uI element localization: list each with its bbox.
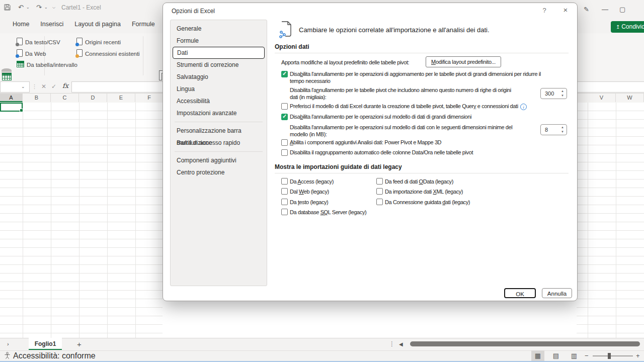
- undo-dropdown-icon[interactable]: ⌄: [26, 0, 30, 15]
- column-header-a[interactable]: A: [0, 94, 23, 102]
- from-text-csv-button[interactable]: Da testo/CSV: [17, 38, 60, 45]
- sidebar-item-lingua[interactable]: Lingua: [171, 83, 267, 95]
- qat-customize-icon[interactable]: ⌵: [52, 0, 55, 15]
- pivot-rows-threshold-label: Disabilita l'annullamento per le tabelle…: [290, 86, 511, 101]
- column-header-f[interactable]: F: [135, 94, 164, 102]
- column-header-v[interactable]: V: [588, 94, 616, 102]
- horizontal-scrollbar[interactable]: [410, 341, 640, 346]
- spinner-up-icon[interactable]: ▲: [561, 89, 564, 94]
- checkbox[interactable]: [281, 188, 288, 195]
- save-icon[interactable]: [4, 0, 11, 16]
- sidebar-item-strumenti-di-correzione[interactable]: Strumenti di correzione: [171, 59, 267, 71]
- name-box[interactable]: [0, 81, 30, 93]
- spinner-down-icon[interactable]: ▼: [561, 94, 564, 98]
- draw-icon[interactable]: ✎: [584, 5, 589, 14]
- column-header-d[interactable]: D: [79, 94, 107, 102]
- sheet-nav-icon[interactable]: ›: [7, 338, 9, 350]
- column-header-w[interactable]: W: [616, 94, 644, 102]
- sidebar-item-centro-protezione[interactable]: Centro protezione: [171, 166, 267, 178]
- page-break-view-icon[interactable]: ▥: [568, 350, 581, 361]
- sidebar-item-impostazioni-avanzate[interactable]: Impostazioni avanzate: [171, 107, 267, 119]
- existing-connections-button[interactable]: Connessioni esistenti: [76, 49, 140, 57]
- sidebar-item-formule[interactable]: Formule: [171, 35, 267, 47]
- data-model-size-spinner[interactable]: 8 ▲ ▼: [540, 124, 567, 135]
- column-header-b[interactable]: B: [23, 94, 51, 102]
- zoom-slider-track[interactable]: [593, 355, 633, 356]
- undo-icon[interactable]: ↶: [18, 0, 24, 15]
- scroll-left-icon[interactable]: ◀: [399, 338, 403, 350]
- from-web-button[interactable]: Da Web: [17, 49, 46, 57]
- modify-default-layout-button[interactable]: Modifica layout predefinito...: [426, 56, 501, 67]
- checkbox[interactable]: [281, 199, 288, 205]
- ribbon-tab-formule[interactable]: Formule: [132, 15, 155, 33]
- confirm-entry-icon[interactable]: ✓: [51, 81, 56, 92]
- share-button[interactable]: ↥ Condividi: [611, 21, 644, 33]
- worksheet-grid[interactable]: [0, 103, 163, 338]
- sheet-tab-foglio1[interactable]: Foglio1: [29, 338, 62, 350]
- name-box-dropdown-icon[interactable]: ⌄: [21, 81, 25, 92]
- info-icon[interactable]: i: [520, 104, 527, 110]
- add-sheet-button[interactable]: +: [77, 338, 82, 350]
- spinner-value[interactable]: 300: [545, 88, 554, 99]
- ribbon-tab-layout-di-pagina[interactable]: Layout di pagina: [74, 15, 121, 33]
- redo-icon[interactable]: ↷: [36, 0, 42, 15]
- column-header-e[interactable]: E: [107, 94, 135, 102]
- checkbox[interactable]: [376, 178, 383, 185]
- recent-sources-icon: [76, 38, 83, 45]
- checkbox-disable-undo-refresh[interactable]: [281, 71, 288, 77]
- maximize-icon[interactable]: ▢: [619, 5, 625, 14]
- checkbox[interactable]: [281, 209, 288, 215]
- checkbox[interactable]: [376, 188, 383, 195]
- legacy-option[interactable]: Dal Web (legacy): [281, 187, 382, 197]
- checkbox[interactable]: [376, 199, 383, 205]
- sidebar-item-barra-di-accesso-rapido[interactable]: Barra di accesso rapido: [171, 137, 267, 149]
- text-file-icon: [17, 38, 23, 45]
- cancel-button[interactable]: Annulla: [542, 288, 572, 298]
- zoom-out-icon[interactable]: −: [585, 350, 589, 361]
- cancel-entry-icon[interactable]: ✕: [41, 81, 46, 92]
- pivot-rows-spinner[interactable]: 300 ▲ ▼: [540, 88, 567, 99]
- legacy-option[interactable]: Da importazione dati XML (legacy): [376, 187, 507, 197]
- section-title-data-options: Opzioni dati: [275, 43, 309, 50]
- legacy-option[interactable]: Da database SQL Server (legacy): [281, 208, 382, 218]
- spinner-down-icon[interactable]: ▼: [561, 130, 564, 134]
- sidebar-item-generale[interactable]: Generale: [171, 23, 267, 35]
- checkbox-disable-datetime-grouping[interactable]: [281, 149, 288, 156]
- legacy-option[interactable]: Da Access (legacy): [281, 177, 382, 187]
- checkbox-prefer-data-model[interactable]: [281, 103, 288, 110]
- checkbox-enable-data-analysis-addins[interactable]: [281, 139, 288, 146]
- ribbon-tab-home[interactable]: Home: [13, 15, 29, 33]
- normal-view-icon[interactable]: ▦: [531, 350, 544, 361]
- from-table-range-button[interactable]: Da tabella/intervallo: [17, 61, 77, 68]
- spinner-up-icon[interactable]: ▲: [561, 125, 564, 130]
- ribbon-tab-inserisci[interactable]: Inserisci: [40, 15, 63, 33]
- recent-sources-button[interactable]: Origini recenti: [76, 38, 121, 45]
- legacy-option[interactable]: Da feed di dati OData (legacy): [376, 177, 507, 187]
- formula-bar-handle[interactable]: ⋮: [32, 81, 37, 92]
- worksheet-grid[interactable]: [577, 103, 644, 338]
- sidebar-item-componenti-aggiuntivi[interactable]: Componenti aggiuntivi: [171, 154, 267, 166]
- splitter-handle[interactable]: ⋮: [389, 338, 395, 350]
- legacy-option[interactable]: Da testo (legacy): [281, 198, 382, 208]
- column-header-c[interactable]: C: [51, 94, 79, 102]
- minimize-icon[interactable]: —: [602, 5, 608, 14]
- dialog-close-button[interactable]: ×: [561, 6, 570, 14]
- sidebar-item-dati[interactable]: Dati: [173, 47, 265, 59]
- accessibility-status[interactable]: Accessibilità: conforme: [13, 350, 96, 361]
- insert-function-button[interactable]: fx: [62, 81, 68, 91]
- selected-cell-a1[interactable]: [0, 103, 23, 112]
- dialog-help-button[interactable]: ?: [540, 7, 548, 14]
- page-layout-view-icon[interactable]: ▤: [549, 350, 562, 361]
- spinner-value[interactable]: 8: [545, 125, 548, 135]
- zoom-slider-thumb[interactable]: [608, 353, 611, 359]
- legacy-wizards-column-1: Da Access (legacy)Dal Web (legacy)Da tes…: [281, 177, 382, 218]
- sidebar-item-personalizzazione-barra-multifunzione[interactable]: Personalizzazione barra multifunzione: [171, 125, 267, 137]
- legacy-option[interactable]: Da Connessione guidata dati (legacy): [376, 198, 507, 208]
- checkbox[interactable]: [281, 178, 288, 185]
- sidebar-item-salvataggio[interactable]: Salvataggio: [171, 71, 267, 83]
- redo-dropdown-icon[interactable]: ⌄: [44, 0, 48, 15]
- sidebar-item-accessibilità[interactable]: Accessibilità: [171, 95, 267, 107]
- zoom-in-icon[interactable]: +: [636, 350, 640, 361]
- ok-button[interactable]: OK: [504, 288, 536, 298]
- checkbox-disable-undo-data-model[interactable]: [281, 114, 288, 120]
